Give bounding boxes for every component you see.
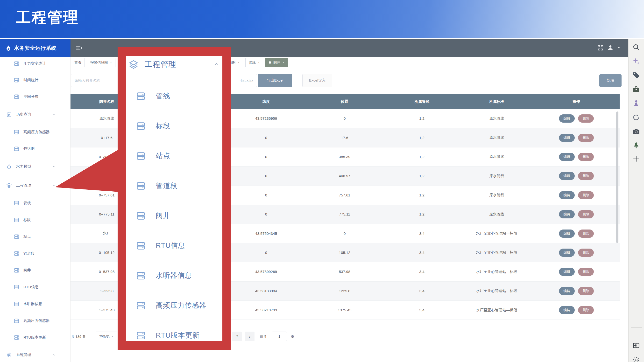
chevron-up-icon[interactable] (53, 113, 56, 116)
sidebar-item-hf-pressure-sensor[interactable]: 高频压力传感器 (14, 128, 50, 136)
close-icon[interactable]: × (258, 60, 260, 64)
sidebar-item-rtu-version-update[interactable]: RTU版本更新 (14, 334, 46, 341)
edit-button[interactable]: 编辑 (559, 306, 575, 314)
popup-item-valve-well[interactable]: 阀井 (136, 210, 170, 221)
edit-button[interactable]: 编辑 (559, 114, 575, 123)
tree-icon[interactable] (632, 141, 640, 149)
popup-group-engineering-management[interactable]: 工程管理 (129, 59, 176, 69)
sidebar-group-label: 系统管理 (16, 352, 31, 358)
chess-icon[interactable] (632, 99, 640, 107)
collapse-panel-icon[interactable] (632, 342, 640, 349)
user-avatar-icon[interactable] (607, 44, 614, 51)
tab-alarm-info[interactable]: 报警信息图 × (87, 58, 116, 67)
delete-button[interactable]: 删除 (578, 249, 594, 257)
app-header (0, 39, 644, 57)
sidebar-item-station[interactable]: 站点 (14, 233, 31, 240)
server-icon (136, 241, 145, 250)
fullscreen-icon[interactable] (598, 45, 604, 51)
sidebar-group-system-management[interactable]: 系统管理 (6, 351, 31, 359)
col-header-latitude[interactable]: 纬度 (226, 99, 306, 104)
refresh-loop-icon[interactable] (632, 114, 640, 121)
next-page-button[interactable]: › (245, 332, 254, 341)
edit-button[interactable]: 编辑 (559, 191, 575, 199)
delete-button[interactable]: 删除 (578, 172, 594, 180)
search-icon[interactable] (632, 43, 640, 51)
chevron-up-icon[interactable] (53, 184, 56, 187)
delete-button[interactable]: 删除 (578, 134, 594, 142)
camera-icon[interactable] (632, 128, 640, 135)
close-icon[interactable]: × (110, 60, 112, 64)
edit-button[interactable]: 编辑 (559, 249, 575, 257)
page-size-select[interactable]: 20条/页 (96, 332, 117, 341)
sidebar-collapse-icon[interactable] (75, 44, 82, 52)
tab-valve-well-active[interactable]: 阀井 × (266, 58, 288, 67)
delete-button[interactable]: 删除 (578, 287, 594, 295)
edit-button[interactable]: 编辑 (559, 287, 575, 295)
sidebar-group-hydraulic-model[interactable]: 水力模型 (6, 163, 31, 170)
table-scrollbar[interactable] (616, 111, 618, 243)
popup-item-hf-pressure-sensor[interactable]: 高频压力传感器 (136, 300, 206, 311)
col-header-operations[interactable]: 操作 (533, 99, 620, 104)
sidebar-item-pipeline[interactable]: 管线 (14, 199, 31, 207)
close-icon[interactable]: × (282, 60, 284, 64)
pagination-total: 共 139 条 (71, 332, 86, 342)
add-button[interactable]: 新增 (599, 74, 622, 87)
sidebar-item-hydrophone-info[interactable]: 水听器信息 (14, 300, 42, 308)
sparkles-icon[interactable] (632, 57, 640, 65)
sidebar-item-spatial-distribution[interactable]: 空间分布 (14, 93, 38, 100)
import-excel-button[interactable]: Excel导入 (302, 74, 332, 87)
sidebar-item-time-stats[interactable]: 时间统计 (14, 76, 38, 84)
close-icon[interactable]: × (238, 60, 240, 64)
popup-item-pipeline[interactable]: 管线 (136, 91, 170, 101)
delete-button[interactable]: 删除 (578, 153, 594, 161)
chevron-down-icon[interactable] (53, 165, 56, 168)
sidebar-item-label: 高频压力传感器 (24, 130, 50, 135)
briefcase-icon[interactable] (632, 85, 640, 93)
sidebar-group-history-query[interactable]: 历史查询 (6, 111, 31, 118)
gear-icon (6, 352, 12, 358)
chevron-down-icon[interactable] (53, 353, 56, 357)
delete-button[interactable]: 删除 (578, 230, 594, 238)
delete-button[interactable]: 删除 (578, 210, 594, 218)
sidebar-item-envelope-diagram[interactable]: 包络图 (14, 145, 35, 152)
plus-icon[interactable] (632, 155, 640, 163)
sidebar-item-section[interactable]: 标段 (14, 216, 31, 224)
edit-button[interactable]: 编辑 (559, 210, 575, 218)
delete-button[interactable]: 删除 (578, 114, 594, 123)
edit-button[interactable]: 编辑 (559, 230, 575, 238)
sidebar-item-pressure-mutation-stats[interactable]: 压力突变统计 (14, 60, 46, 67)
sidebar-group-engineering-management[interactable]: 工程管理 (6, 182, 31, 189)
col-header-position[interactable]: 位置 (306, 99, 383, 104)
delete-button[interactable]: 删除 (578, 306, 594, 314)
edit-button[interactable]: 编辑 (559, 268, 575, 276)
water-drop-logo-icon (5, 45, 12, 51)
tab-pipeline[interactable]: 管线 × (245, 58, 263, 67)
popup-item-hydrophone-info[interactable]: 水听器信息 (136, 270, 192, 281)
active-dot (269, 61, 271, 64)
sidebar-item-rtu-info[interactable]: RTU信息 (14, 283, 39, 291)
tag-icon[interactable] (632, 71, 640, 79)
page-button-7[interactable]: 7 (232, 332, 242, 341)
sidebar-item-pipe-segment[interactable]: 管道段 (14, 250, 35, 257)
edit-button[interactable]: 编辑 (559, 153, 575, 161)
gear-icon[interactable] (632, 356, 640, 362)
popup-item-rtu-info[interactable]: RTU信息 (136, 240, 185, 251)
popup-item-pipe-segment[interactable]: 管道段 (136, 181, 178, 191)
chevron-up-icon[interactable] (214, 62, 219, 67)
popup-item-station[interactable]: 站点 (136, 151, 170, 161)
popup-item-rtu-version-update[interactable]: RTU版本更新 (136, 330, 200, 341)
tab-home[interactable]: 首页 (71, 58, 85, 67)
popup-item-section[interactable]: 标段 (136, 121, 170, 131)
edit-button[interactable]: 编辑 (559, 134, 575, 142)
delete-button[interactable]: 删除 (578, 191, 594, 199)
sidebar-item-valve-well[interactable]: 阀井 (14, 267, 31, 274)
user-menu-caret-icon[interactable] (617, 46, 620, 49)
edit-button[interactable]: 编辑 (559, 172, 575, 180)
page-size-value: 20条/页 (99, 334, 110, 339)
col-header-pipeline[interactable]: 所属管线 (383, 99, 460, 104)
page-number-input[interactable] (272, 332, 287, 341)
sidebar-item-hf-pressure-sensor-2[interactable]: 高频压力传感器 (14, 317, 50, 324)
delete-button[interactable]: 删除 (578, 268, 594, 276)
export-excel-button[interactable]: 导出Excel (258, 74, 292, 87)
col-header-section[interactable]: 所属标段 (460, 99, 533, 104)
